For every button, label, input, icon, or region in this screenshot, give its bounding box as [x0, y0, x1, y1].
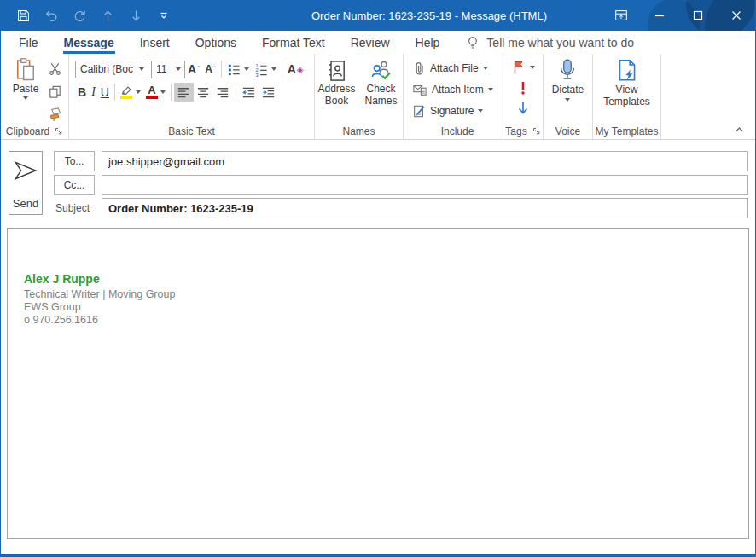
align-right-button[interactable]	[213, 83, 233, 102]
font-color-button[interactable]: A	[143, 83, 168, 102]
attach-file-label: Attach File	[430, 62, 479, 74]
follow-up-flag-button[interactable]	[512, 59, 535, 76]
clear-formatting-eraser-glyph: ◈	[297, 65, 304, 74]
move-down-icon	[129, 9, 143, 23]
maximize-button[interactable]	[678, 0, 717, 31]
tab-review[interactable]: Review	[338, 31, 403, 54]
font-color-caret	[160, 90, 166, 94]
close-button[interactable]	[717, 0, 755, 31]
divider	[282, 61, 282, 78]
clipboard-group-label: Clipboard	[6, 125, 49, 137]
tab-insert[interactable]: Insert	[127, 31, 183, 54]
align-center-button[interactable]	[194, 83, 213, 102]
attach-file-button[interactable]: Attach File	[412, 58, 503, 78]
my-templates-group-footer: My Templates	[593, 124, 660, 139]
group-my-templates: View Templates My Templates	[593, 54, 661, 139]
align-right-icon	[216, 85, 230, 100]
to-field[interactable]	[102, 151, 748, 171]
tell-me-box[interactable]: Tell me what you want to do	[466, 35, 634, 50]
message-body[interactable]: Alex J Ruppe Technical Writer | Moving G…	[7, 228, 749, 539]
underline-button[interactable]: U	[98, 83, 112, 102]
move-down-button[interactable]	[125, 4, 146, 26]
attach-item-button[interactable]: Attach Item	[412, 79, 503, 100]
bullets-button[interactable]	[224, 60, 252, 78]
cut-button[interactable]	[45, 59, 64, 78]
minimize-button[interactable]	[640, 0, 678, 31]
flag-caret	[530, 66, 535, 69]
grow-font-caret-glyph: ˆ	[197, 65, 200, 73]
high-importance-button[interactable]	[520, 79, 526, 96]
divider	[114, 84, 115, 101]
window-controls	[602, 0, 755, 31]
view-templates-button[interactable]: View Templates	[599, 58, 655, 124]
dictate-button[interactable]: Dictate	[552, 58, 584, 124]
divider	[236, 84, 236, 101]
signature-name: Alex J Ruppe	[24, 272, 731, 286]
save-button[interactable]	[13, 4, 33, 26]
italic-button[interactable]: I	[89, 83, 98, 102]
shrink-font-button[interactable]: Aˇ	[202, 60, 218, 78]
tab-options[interactable]: Options	[183, 31, 249, 54]
clipboard-group-footer: Clipboard	[1, 124, 68, 139]
highlight-icon	[120, 85, 133, 99]
attach-item-label: Attach Item	[432, 84, 484, 96]
tags-dialog-launcher[interactable]	[532, 127, 541, 136]
font-name-combo[interactable]: Calibri (Boc	[75, 61, 148, 78]
collapse-ribbon-button[interactable]	[734, 125, 745, 134]
tab-help[interactable]: Help	[403, 31, 453, 54]
signature-button[interactable]: Signature	[412, 101, 503, 121]
voice-group-label: Voice	[555, 125, 580, 137]
tab-format-text[interactable]: Format Text	[249, 31, 338, 54]
numbering-button[interactable]: 123	[252, 60, 279, 78]
align-left-button[interactable]	[174, 83, 194, 102]
address-book-button[interactable]: Address Book	[317, 59, 358, 124]
font-name-caret	[139, 67, 144, 71]
clear-formatting-button[interactable]: A◈	[285, 60, 306, 78]
microphone-icon	[556, 58, 579, 84]
decrease-indent-button[interactable]	[239, 83, 259, 102]
customize-quick-access-button[interactable]	[154, 4, 174, 26]
check-names-icon	[369, 59, 393, 83]
check-names-button[interactable]: Check Names	[361, 59, 402, 124]
address-book-label: Address Book	[317, 83, 358, 107]
include-group-label: Include	[441, 125, 474, 137]
decrease-indent-icon	[241, 85, 256, 100]
cc-button[interactable]: Cc...	[54, 175, 95, 195]
ribbon-display-options-icon	[614, 8, 629, 23]
lightbulb-icon	[466, 35, 480, 50]
save-icon	[16, 9, 31, 23]
paste-button[interactable]: Paste	[8, 57, 44, 122]
attach-item-caret	[488, 88, 493, 91]
move-up-button[interactable]	[97, 4, 118, 26]
subject-field[interactable]	[102, 198, 748, 218]
scissors-icon	[48, 61, 62, 76]
font-size-combo[interactable]: 11	[151, 61, 185, 78]
bold-button[interactable]: B	[75, 83, 89, 102]
format-painter-button[interactable]	[45, 105, 64, 124]
redo-button[interactable]	[69, 4, 90, 26]
dictate-label: Dictate	[552, 84, 584, 96]
ribbon-tab-bar: File Message Insert Options Format Text …	[1, 31, 755, 54]
cc-field[interactable]	[102, 175, 748, 195]
undo-button[interactable]	[41, 4, 61, 26]
increase-indent-button[interactable]	[259, 83, 278, 102]
grow-font-button[interactable]: Aˆ	[185, 60, 202, 78]
paperclip-icon	[412, 61, 426, 76]
title-bar: Order Number: 1623-235-19 - Message (HTM…	[1, 0, 755, 31]
numbering-icon: 123	[254, 62, 269, 77]
signature-company: EWS Group	[24, 301, 731, 314]
clipboard-dialog-launcher[interactable]	[55, 127, 63, 136]
ribbon-display-options-button[interactable]	[602, 0, 640, 31]
send-button[interactable]: Send	[9, 151, 43, 215]
copy-button[interactable]	[45, 82, 64, 101]
signature-icon	[412, 104, 426, 119]
subject-label: Subject	[54, 202, 95, 214]
highlight-button[interactable]	[118, 83, 143, 102]
paste-icon	[15, 57, 37, 83]
tab-file[interactable]: File	[6, 31, 51, 54]
signature-caret	[478, 109, 483, 113]
numbering-caret	[271, 67, 276, 71]
tab-message[interactable]: Message	[51, 31, 127, 54]
to-button[interactable]: To...	[54, 151, 95, 171]
low-importance-button[interactable]	[516, 100, 530, 117]
